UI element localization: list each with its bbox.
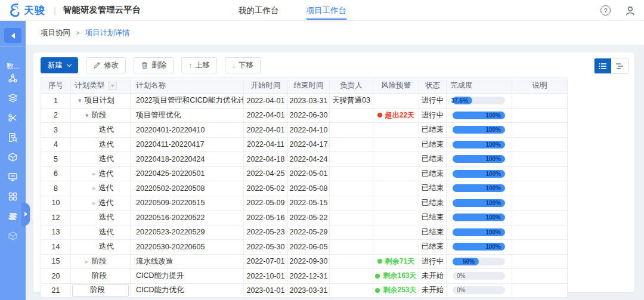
plan-name-cell[interactable]: 20220509-20220515 (131, 196, 244, 211)
type-cell-content: ▸迭代 (75, 198, 114, 208)
monitor-icon[interactable] (8, 172, 18, 182)
progress-bar: 100% (453, 141, 505, 149)
sidebar-expand-handle[interactable] (21, 203, 30, 225)
progress-label: 100% (485, 199, 501, 207)
table-row[interactable]: 15▸阶段流水线改造2022-07-012022-09-30剩余71天进行中50… (41, 254, 567, 269)
table-row[interactable]: 6▸迭代20220425-202205012022-04-252022-05-0… (41, 166, 567, 181)
column-header: 风险预警 (373, 78, 419, 93)
table-row[interactable]: 4迭代20220411-202204172022-04-112022-04-17… (41, 137, 567, 152)
sidebar: 数... (0, 21, 26, 300)
table-row[interactable]: 13迭代20220523-202205292022-05-232022-05-2… (41, 225, 567, 240)
type-cell[interactable]: 阶段 (71, 284, 131, 298)
doc-search-icon[interactable] (8, 132, 18, 143)
plan-name-cell[interactable]: 2022项目管理和CICD能力优化计划 (131, 94, 244, 108)
new-button[interactable]: 新建 (41, 57, 78, 73)
type-cell[interactable]: 迭代 (71, 152, 131, 166)
expand-caret-icon[interactable]: ▸ (92, 200, 96, 206)
plan-name-cell[interactable]: 20220401-20220410 (131, 123, 244, 137)
risk-dot-icon (377, 113, 382, 117)
type-cell[interactable]: ▸阶段 (71, 255, 131, 269)
seq-cell: 12 (41, 211, 71, 225)
user-icon[interactable] (625, 5, 636, 16)
seq-cell: 14 (41, 240, 71, 254)
table-row[interactable]: 20阶段CICD能力提升2022-10-012022-12-31剩余163天未开… (41, 268, 567, 283)
progress-bar: 100% (453, 126, 505, 134)
expand-caret-icon[interactable]: ▸ (92, 185, 96, 191)
plan-name-cell[interactable]: 流水线改造 (131, 255, 244, 269)
plan-name-cell[interactable]: 20220502-20220508 (131, 181, 244, 196)
column-header: 序号 (41, 78, 71, 93)
seq-cell: 20 (41, 269, 71, 283)
plan-name-cell[interactable]: 20220425-20220501 (131, 167, 244, 181)
risk-label: 剩余163天 (383, 271, 416, 281)
end-date-cell: 2022-12-31 (288, 269, 330, 283)
sidebar-item-truncated[interactable]: 数... (7, 61, 20, 72)
plan-name-cell[interactable]: 20220418-20220424 (131, 152, 244, 166)
layers-icon[interactable] (8, 93, 18, 103)
type-cell[interactable]: ▸迭代 (71, 167, 131, 181)
collapse-caret-icon[interactable]: ▾ (78, 97, 82, 104)
type-cell[interactable]: 迭代 (71, 138, 131, 152)
table-row[interactable]: 21阶段CICD能力优化2023-01-012023-03-31剩余253天未开… (41, 283, 567, 298)
cube-dim-icon[interactable] (8, 231, 18, 241)
type-label: 阶段 (92, 256, 107, 267)
collapse-caret-icon[interactable]: ▾ (85, 112, 89, 119)
status-cell: 已结束 (419, 240, 447, 254)
table-row[interactable]: 2▾阶段项目管理优化2022-04-012022-06-30超出22天进行中10… (41, 108, 567, 123)
type-cell[interactable]: ▾项目计划 (71, 94, 131, 108)
type-cell[interactable]: 迭代 (71, 211, 131, 225)
move-up-button[interactable]: ↑ 上移 (181, 57, 217, 73)
start-date-cell: 2022-04-01 (244, 94, 288, 108)
seq-cell: 6 (41, 167, 71, 181)
pipeline-icon[interactable] (8, 211, 18, 221)
modify-button[interactable]: 修改 (86, 57, 126, 73)
type-cell[interactable]: 迭代 (71, 225, 131, 240)
progress-bar: 0% (453, 286, 505, 294)
type-filter-icon[interactable] (108, 82, 117, 90)
table-row[interactable]: 5迭代20220418-202204242022-04-182022-04-24… (41, 151, 567, 166)
plan-name-cell[interactable]: 20220516-20220522 (131, 211, 244, 225)
cube-icon[interactable] (8, 152, 18, 162)
sidebar-collapse-button[interactable] (4, 28, 21, 43)
table-row[interactable]: 12迭代20220516-202205222022-05-162022-05-2… (41, 210, 567, 225)
grid-icon[interactable] (8, 191, 18, 202)
scissors-icon[interactable] (8, 113, 18, 123)
type-cell[interactable]: 阶段 (71, 269, 131, 283)
delete-button[interactable]: 删除 (134, 57, 174, 73)
new-button-label: 新建 (48, 60, 63, 70)
table-row[interactable]: 10▸迭代20220509-202205152022-05-092022-05-… (41, 196, 567, 211)
list-view-button[interactable] (595, 58, 611, 73)
type-cell[interactable]: 迭代 (71, 240, 131, 254)
help-icon[interactable]: ? (600, 5, 611, 16)
type-cell[interactable]: 迭代 (71, 123, 131, 137)
plan-name-cell[interactable]: 20220530-20220605 (131, 240, 244, 254)
owner-cell (330, 167, 373, 181)
column-header-label: 风险预警 (381, 81, 411, 91)
type-cell[interactable]: ▾阶段 (71, 109, 131, 123)
logo-divider: | (54, 5, 56, 16)
plan-name-cell[interactable]: 20220523-20220529 (131, 225, 244, 240)
molecule-icon[interactable] (8, 73, 18, 83)
progress-bar: 50% (453, 258, 505, 265)
plan-name-cell[interactable]: CICD能力提升 (131, 269, 244, 283)
breadcrumb-project-collab[interactable]: 项目协同 (41, 28, 70, 38)
type-cell[interactable]: ▸迭代 (71, 181, 131, 196)
plan-name-cell[interactable]: 20220411-20220417 (131, 138, 244, 152)
type-cell-focused[interactable]: 阶段 (72, 284, 129, 297)
table-row[interactable]: 8▸迭代20220502-202205082022-05-022022-05-0… (41, 181, 567, 196)
move-down-button[interactable]: ↓ 下移 (225, 57, 261, 73)
column-header-label: 计划类型 (75, 81, 104, 91)
expand-caret-icon[interactable]: ▸ (85, 258, 89, 265)
status-cell: 未开始 (419, 269, 447, 283)
nav-project-workbench[interactable]: 项目工作台 (306, 0, 347, 21)
table-row[interactable]: 3迭代20220401-202204102022-04-012022-04-10… (41, 122, 567, 137)
nav-my-workbench[interactable]: 我的工作台 (239, 0, 279, 21)
type-cell[interactable]: ▸迭代 (71, 196, 131, 211)
expand-caret-icon[interactable]: ▸ (92, 171, 96, 177)
table-row[interactable]: 14迭代20220530-202206052022-05-302022-06-0… (41, 239, 567, 254)
plan-name-cell[interactable]: CICD能力优化 (131, 284, 244, 298)
seq-cell: 15 (41, 255, 71, 269)
plan-name-cell[interactable]: 项目管理优化 (131, 109, 244, 123)
gantt-view-button[interactable] (611, 58, 628, 73)
table-row[interactable]: 1▾项目计划2022项目管理和CICD能力优化计划2022-04-012023-… (41, 93, 567, 108)
